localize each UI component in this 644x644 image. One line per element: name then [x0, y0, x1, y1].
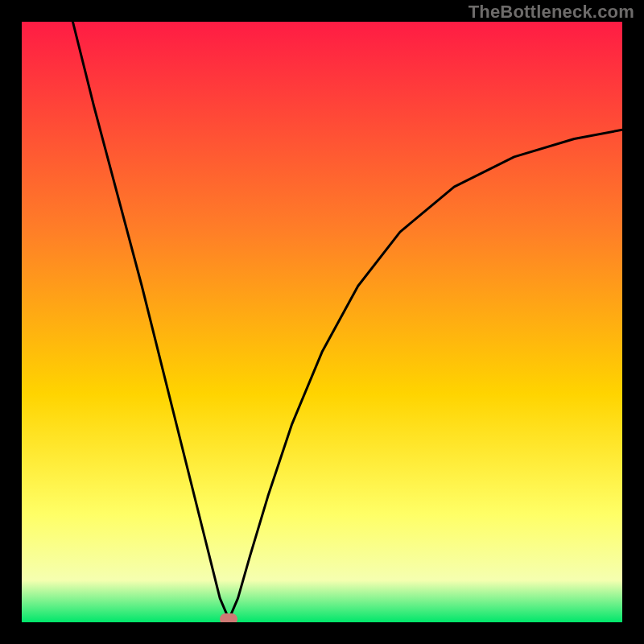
minimum-marker — [220, 613, 237, 622]
watermark-text: TheBottleneck.com — [469, 2, 634, 23]
plot-area — [22, 22, 622, 622]
curve-left-branch — [72, 22, 229, 619]
bottleneck-curve — [22, 22, 622, 622]
chart-container: TheBottleneck.com — [0, 0, 644, 644]
curve-right-branch — [229, 130, 622, 619]
